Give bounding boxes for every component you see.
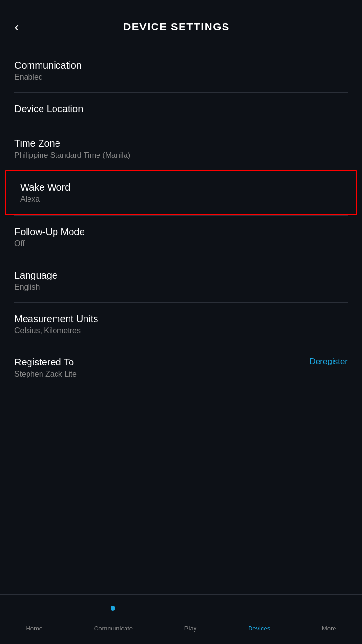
back-button[interactable]: ‹ xyxy=(14,19,19,35)
bottom-navigation: Home Communicate Play Dev xyxy=(0,594,362,644)
setting-wake-word[interactable]: Wake Word Alexa xyxy=(5,170,357,215)
notification-dot xyxy=(111,606,115,611)
nav-label-more: More xyxy=(322,625,336,632)
nav-label-play: Play xyxy=(184,625,196,632)
nav-item-more[interactable]: More xyxy=(314,603,344,636)
setting-language[interactable]: Language English xyxy=(0,259,362,302)
nav-item-devices[interactable]: Devices xyxy=(240,603,278,636)
setting-device-location[interactable]: Device Location xyxy=(0,93,362,127)
deregister-button[interactable]: Deregister xyxy=(310,357,348,366)
nav-label-devices: Devices xyxy=(248,625,270,632)
nav-item-play[interactable]: Play xyxy=(177,603,204,636)
setting-communication[interactable]: Communication Enabled xyxy=(0,49,362,92)
settings-list: Communication Enabled Device Location Ti… xyxy=(0,44,362,394)
nav-label-home: Home xyxy=(26,625,42,632)
page-header: ‹ DEVICE SETTINGS xyxy=(0,0,362,44)
page-title: DEVICE SETTINGS xyxy=(28,21,324,33)
nav-label-communicate: Communicate xyxy=(94,625,133,632)
nav-item-communicate[interactable]: Communicate xyxy=(86,603,140,636)
setting-measurement-units[interactable]: Measurement Units Celsius, Kilometres xyxy=(0,303,362,346)
setting-follow-up-mode[interactable]: Follow-Up Mode Off xyxy=(0,216,362,259)
setting-time-zone[interactable]: Time Zone Philippine Standard Time (Mani… xyxy=(0,127,362,170)
settings-content: Communication Enabled Device Location Ti… xyxy=(0,44,362,444)
nav-item-home[interactable]: Home xyxy=(18,603,50,636)
setting-registered-to[interactable]: Registered To Stephen Zack Lite Deregist… xyxy=(0,346,362,389)
